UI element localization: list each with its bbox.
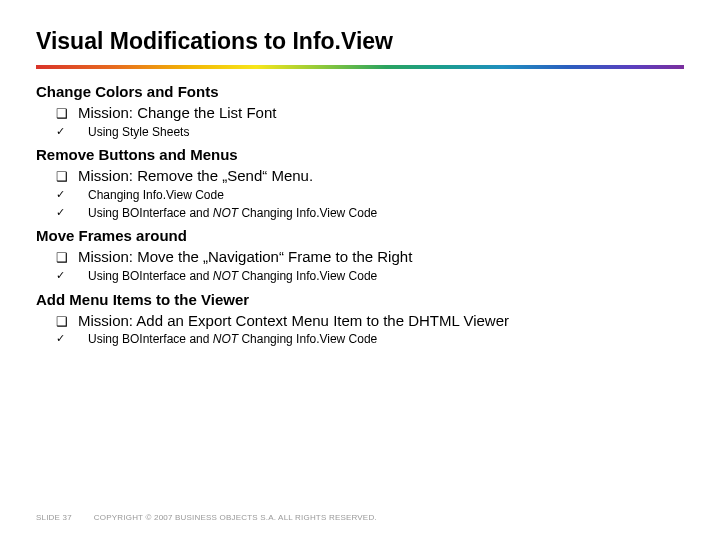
sub-item-text: Changing Info.View Code [88,188,224,204]
content-body: Change Colors and Fonts❑Mission: Change … [36,83,684,348]
mission-row: ❑Mission: Move the „Navigation“ Frame to… [56,248,684,267]
sub-item-row: ✓Using BOInterface and NOT Changing Info… [56,206,684,222]
section-heading: Change Colors and Fonts [36,83,684,100]
checkbox-bullet-icon: ❑ [56,169,68,184]
sub-item-text: Using BOInterface and NOT Changing Info.… [88,206,377,222]
mission-text: Mission: Move the „Navigation“ Frame to … [78,248,412,267]
section-heading: Remove Buttons and Menus [36,146,684,163]
copyright-text: COPYRIGHT © 2007 BUSINESS OBJECTS S.A. A… [94,513,377,522]
mission-text: Mission: Remove the „Send“ Menu. [78,167,313,186]
mission-row: ❑Mission: Add an Export Context Menu Ite… [56,312,684,331]
checkbox-bullet-icon: ❑ [56,106,68,121]
mission-text: Mission: Add an Export Context Menu Item… [78,312,509,331]
sub-item-row: ✓Using BOInterface and NOT Changing Info… [56,332,684,348]
slide-number: SLIDE 37 [36,513,72,522]
mission-text: Mission: Change the List Font [78,104,276,123]
mission-row: ❑Mission: Remove the „Send“ Menu. [56,167,684,186]
sub-item-row: ✓Using BOInterface and NOT Changing Info… [56,269,684,285]
divider-rainbow [36,65,684,69]
checkmark-icon: ✓ [56,188,74,201]
section-heading: Move Frames around [36,227,684,244]
section-heading: Add Menu Items to the Viewer [36,291,684,308]
checkbox-bullet-icon: ❑ [56,314,68,329]
sub-item-row: ✓Using Style Sheets [56,125,684,141]
sub-item-row: ✓Changing Info.View Code [56,188,684,204]
checkbox-bullet-icon: ❑ [56,250,68,265]
checkmark-icon: ✓ [56,206,74,219]
footer: SLIDE 37 COPYRIGHT © 2007 BUSINESS OBJEC… [36,513,377,522]
checkmark-icon: ✓ [56,125,74,138]
sub-item-text: Using BOInterface and NOT Changing Info.… [88,269,377,285]
checkmark-icon: ✓ [56,269,74,282]
sub-item-text: Using Style Sheets [88,125,189,141]
checkmark-icon: ✓ [56,332,74,345]
slide-title: Visual Modifications to Info.View [36,28,684,55]
sub-item-text: Using BOInterface and NOT Changing Info.… [88,332,377,348]
mission-row: ❑Mission: Change the List Font [56,104,684,123]
